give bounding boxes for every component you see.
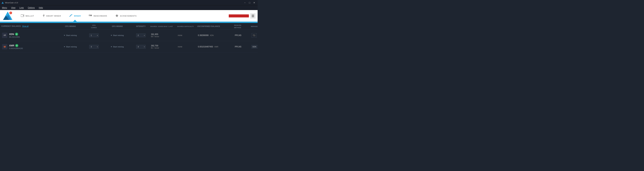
xdn-intensity-select[interactable]: 1234 (136, 33, 146, 37)
title-bar: MinerGate v.6.9 − □ ✕ (0, 0, 258, 5)
xmr-cpu-mining-label: Start mining (66, 46, 77, 48)
xmr-currency-cell: M XMR 4 0.042416854195 (0, 43, 54, 51)
xmr-start-gpu-mining-button[interactable]: ▶ Start mining (111, 46, 124, 48)
xmr-badge: 4 (15, 44, 18, 47)
xdn-difficulty: none (178, 34, 182, 36)
title-bar-controls: − □ ✕ (243, 1, 256, 5)
tab-benchmark[interactable]: BENCHMARK (85, 10, 111, 22)
xmr-name: XMR (9, 44, 14, 47)
play-icon-xmr: ▶ (64, 46, 65, 47)
xdn-merged-cell (250, 33, 258, 37)
xmr-shares-bad-last: 81 / never (151, 47, 174, 49)
xdn-intensity-cell: 1234 (134, 33, 148, 37)
xdn-shares-bad-last: 68 / never (151, 35, 174, 37)
xmr-intensity-wrapper: 1234 (136, 45, 146, 49)
xmr-gpu-mining-cell: ▶ Start mining (100, 46, 134, 48)
xmr-merged-dropdown-wrapper: XDNXMRNone (252, 45, 258, 48)
tab-wallet[interactable]: WALLET (17, 10, 38, 22)
nav-logo: ! (2, 11, 14, 21)
tab-smart-miner-label: SMART MINER (46, 15, 61, 17)
tab-benchmark-label: BENCHMARK (94, 15, 107, 17)
app-title: MinerGate v.6.9 (5, 2, 18, 4)
svg-rect-23 (252, 15, 254, 16)
nav-right (229, 13, 256, 18)
xmr-unconfirmed-cell: 0.001016487493 XMR (196, 45, 233, 48)
menu-item-logs[interactable]: Logs (19, 6, 24, 9)
xmr-intensity-select[interactable]: 1234 (136, 45, 146, 49)
header-unconfirmed: UNCONFIRMED BALANCE (196, 25, 233, 27)
gpu-mining-label: GPU MINING (112, 25, 123, 27)
xdn-info: XDN 4 95.23213355 (9, 33, 20, 38)
table-header-row: CURRENCY BALANCE Show all CPU MINING CPU… (0, 23, 258, 30)
tab-wallet-label: WALLET (26, 15, 34, 17)
svg-rect-19 (90, 14, 91, 16)
svg-line-15 (70, 15, 70, 16)
xmr-gpu-mining-label: Start mining (113, 46, 124, 48)
menu-item-menu[interactable]: Menu (1, 6, 8, 9)
show-all-link[interactable]: Show all (22, 25, 28, 27)
xdn-gpu-mining-cell: ▶ Start mining (100, 34, 134, 36)
header-merged: MERGED MINING (250, 25, 258, 27)
xmr-cpu-cores-select[interactable]: 1234 (89, 45, 98, 49)
table-row: M XMR 4 0.042416854195 ▶ Start mining 12… (0, 41, 258, 52)
xmr-balance: 0.042416854195 (9, 47, 23, 49)
benchmark-icon (89, 14, 92, 18)
header-difficulty: SHARES DIFFICULTY (176, 25, 196, 27)
cpu-cores-label: CPUCORES (91, 24, 97, 28)
xdn-reward-method: PPLNS (235, 34, 241, 36)
tab-achievements[interactable]: ACHIEVEMENTS (111, 10, 140, 22)
menu-bar: Menu View Logs Options Help (0, 5, 258, 10)
user-email-redacted (229, 14, 249, 17)
xdn-unconfirmed-cell: 0.38266008 XDN (196, 34, 233, 36)
xmr-cpu-cores-wrapper: 1234 (89, 45, 98, 49)
xdn-gpu-mining-label: Start mining (113, 34, 124, 36)
svg-rect-18 (90, 15, 90, 16)
achievements-icon (115, 14, 118, 18)
xdn-badge: 4 (15, 33, 18, 36)
xmr-unconfirmed-amount: 0.001016487493 (198, 45, 213, 48)
xdn-name: XDN (9, 33, 14, 35)
tab-smart-miner[interactable]: SMART MINER (38, 10, 65, 22)
smart-miner-icon (42, 14, 45, 18)
svg-point-14 (71, 14, 72, 15)
xdn-difficulty-cell: none (176, 34, 196, 36)
miner-icon (69, 14, 73, 18)
menu-item-view[interactable]: View (10, 6, 16, 9)
menu-item-help[interactable]: Help (38, 6, 44, 9)
tab-miner[interactable]: MINER (65, 10, 85, 22)
xdn-start-gpu-mining-button[interactable]: ▶ Start mining (111, 34, 124, 36)
tab-miner-label: MINER (74, 15, 81, 17)
xdn-start-cpu-mining-button[interactable]: ▶ Start mining (64, 34, 77, 36)
play-icon-gpu: ▶ (111, 34, 112, 36)
header-cpu-cores: CPUCORES (87, 24, 100, 29)
xmr-icon: M (2, 44, 8, 49)
svg-rect-17 (89, 14, 90, 15)
svg-text:!: ! (10, 12, 11, 14)
user-settings-button[interactable] (250, 13, 256, 18)
menu-item-options[interactable]: Options (27, 6, 36, 9)
xmr-difficulty: none (178, 45, 182, 48)
xmr-reward-cell: PPLNS (233, 45, 250, 48)
svg-marker-11 (43, 14, 45, 17)
xmr-merged-dropdown[interactable]: XDNXMRNone (252, 45, 258, 48)
xdn-shares-cell: 391,955 68 / never (149, 33, 176, 37)
xmr-cpu-mining-cell: ▶ Start mining (54, 46, 87, 48)
xmr-shares-good: 392,700 (151, 44, 174, 47)
xdn-toggle-merged-button[interactable] (252, 33, 256, 37)
close-button[interactable]: ✕ (252, 1, 256, 5)
header-reward: REWARD METHOD (233, 24, 250, 29)
header-currency-balance: CURRENCY BALANCE Show all (0, 25, 54, 27)
xdn-icon: ≡D (2, 33, 8, 38)
shares-label: SHARES: GOOD BAD / LAST (150, 26, 173, 27)
unconfirmed-label: UNCONFIRMED BALANCE (197, 25, 220, 27)
xdn-reward-cell: PPLNS (233, 34, 250, 36)
xdn-cpu-cores-select[interactable]: 1234 (89, 33, 98, 37)
difficulty-label: SHARES DIFFICULTY (177, 26, 194, 27)
maximize-button[interactable]: □ (248, 1, 252, 5)
minimize-button[interactable]: − (243, 1, 247, 5)
svg-rect-20 (91, 15, 92, 16)
xmr-shares-cell: 392,700 81 / never (149, 44, 176, 49)
xdn-cpu-cores-cell: 1234 (87, 33, 100, 37)
xmr-start-cpu-mining-button[interactable]: ▶ Start mining (64, 46, 77, 48)
wallet-icon (21, 14, 24, 17)
